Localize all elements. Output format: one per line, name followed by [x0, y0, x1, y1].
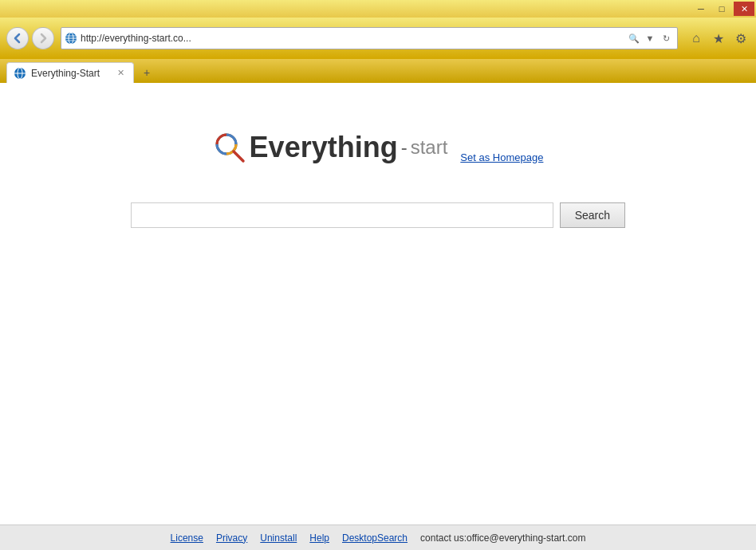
- favorites-button[interactable]: ★: [710, 29, 727, 47]
- restore-button[interactable]: □: [711, 2, 732, 16]
- browser-toolbar: http://everything-start.co... 🔍 ▼ ↻ ⌂ ★ …: [0, 18, 756, 59]
- new-tab-button[interactable]: +: [136, 62, 158, 83]
- uninstall-link[interactable]: Uninstall: [260, 532, 297, 544]
- address-bar[interactable]: http://everything-start.co... 🔍 ▼ ↻: [61, 27, 678, 49]
- forward-button[interactable]: [32, 27, 54, 49]
- logo-dash: -: [401, 136, 408, 159]
- settings-button[interactable]: ⚙: [732, 29, 750, 47]
- logo-everything: Everything: [250, 131, 398, 164]
- desktop-search-link[interactable]: DesktopSearch: [342, 532, 408, 544]
- tab-bar: Everything-Start ✕ +: [0, 59, 756, 83]
- set-homepage-link[interactable]: Set as Homepage: [460, 151, 543, 163]
- address-text: http://everything-start.co...: [81, 33, 626, 44]
- back-button[interactable]: [6, 27, 29, 49]
- address-search-btn[interactable]: 🔍: [626, 30, 642, 46]
- title-bar: ─ □ ✕: [0, 0, 756, 18]
- license-link[interactable]: License: [171, 532, 203, 544]
- refresh-button[interactable]: ↻: [658, 30, 674, 46]
- ie-favicon: [65, 32, 77, 45]
- privacy-link[interactable]: Privacy: [216, 532, 247, 544]
- search-row: Search: [131, 202, 625, 228]
- logo-area: Everything - start: [213, 131, 448, 164]
- search-button[interactable]: Search: [560, 202, 625, 228]
- footer: License Privacy Uninstall Help DesktopSe…: [0, 524, 756, 550]
- active-tab[interactable]: Everything-Start ✕: [6, 62, 134, 83]
- logo-start: start: [411, 136, 448, 159]
- page-content: Everything - start Set as Homepage Searc…: [0, 83, 756, 524]
- minimize-button[interactable]: ─: [691, 2, 711, 16]
- tab-close-button[interactable]: ✕: [114, 67, 127, 80]
- close-button[interactable]: ✕: [734, 2, 754, 16]
- contact-text: contact us:office@everything-start.com: [420, 532, 585, 544]
- tab-label: Everything-Start: [31, 68, 109, 79]
- tab-favicon: [14, 67, 26, 80]
- help-link[interactable]: Help: [309, 532, 329, 544]
- dropdown-btn[interactable]: ▼: [642, 30, 658, 46]
- search-input[interactable]: [131, 202, 553, 228]
- home-button[interactable]: ⌂: [687, 29, 705, 47]
- magnifier-icon: [213, 131, 246, 164]
- toolbar-right: ⌂ ★ ⚙: [687, 29, 750, 47]
- svg-line-10: [234, 151, 243, 161]
